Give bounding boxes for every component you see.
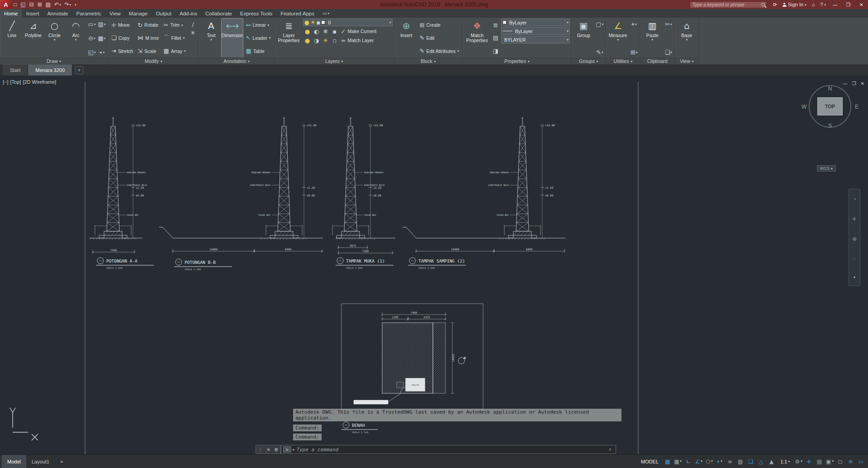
line-button[interactable]: ╱Line (1, 19, 23, 57)
ellipse-button[interactable]: ⊖▾ (87, 34, 96, 42)
props-a-button[interactable]: ▤ (491, 34, 500, 42)
viewport-menu-control[interactable]: [−] (3, 79, 9, 85)
layer-select[interactable]: ●☀▪ 0▾ (303, 19, 393, 26)
ribbon-tab-home[interactable]: Home (0, 9, 22, 18)
ungroup-button[interactable]: ▢▾ (595, 20, 604, 28)
array-button[interactable]: ▦Array▾ (162, 44, 188, 57)
new-drawing-tab-button[interactable]: + (75, 66, 83, 74)
measure-button[interactable]: ∠Measure▾ (607, 19, 629, 57)
paste-button[interactable]: ▥Paste▾ (642, 19, 663, 57)
fillet-button[interactable]: ⌒Fillet▾ (162, 32, 188, 45)
panel-title-utilities[interactable]: Utilities▾ (606, 57, 640, 64)
quick-calc-button[interactable]: ⊞▾ (630, 48, 639, 56)
workspace-toggle[interactable]: ⚙▾ (794, 457, 803, 467)
annotation-scale[interactable]: 1:1▾ (777, 457, 793, 467)
ribbon-tab-express-tools[interactable]: Express Tools (236, 9, 276, 18)
layer-thaw-button[interactable]: ☀ (321, 36, 330, 44)
command-history-toggle[interactable]: ˄ (607, 447, 614, 452)
quick-properties-toggle[interactable]: ▤ (815, 457, 824, 467)
qat-customize-button[interactable]: ▾ (73, 0, 78, 9)
isometric-drafting-toggle[interactable]: ⬡▾ (704, 457, 714, 467)
ribbon-tab-annotate[interactable]: Annotate (43, 9, 72, 18)
layer-properties-button[interactable]: ≣Layer Properties (276, 19, 302, 57)
clean-screen-toggle[interactable]: ▭ (856, 457, 866, 467)
viewcube-west[interactable]: W (802, 104, 806, 110)
dimension-button[interactable]: ⟷Dimension (222, 19, 243, 57)
base-button[interactable]: ⌂Base▾ (676, 19, 697, 57)
minimize-button[interactable]: — (829, 0, 842, 9)
layout-tab-model[interactable]: Model (2, 455, 26, 468)
m-irror-button[interactable]: ⋈M irror (136, 32, 161, 45)
erase-button[interactable]: ∕ (188, 20, 197, 29)
panel-title-draw[interactable]: Draw▾ (0, 57, 108, 64)
make-current-button[interactable]: ✓Make Current (339, 29, 379, 34)
match-properties-button[interactable]: ❖Match Properties (464, 19, 490, 57)
panel-title-block[interactable]: Block▾ (394, 57, 462, 64)
layer-lock-button[interactable]: ▪ (330, 27, 339, 35)
circle-button[interactable]: ○Circle▾ (44, 19, 65, 57)
props-list-button[interactable]: ≣ (491, 21, 500, 29)
ribbon-display-toggle[interactable]: ▭▾ (320, 9, 332, 18)
explode-button[interactable]: ✳ (188, 29, 197, 37)
props-b-button[interactable]: ◨ (491, 47, 500, 55)
viewcube-top-face[interactable]: TOP (817, 97, 843, 115)
ribbon-tab-parametric[interactable]: Parametric (72, 9, 106, 18)
doc-close-button[interactable]: ✕ (861, 81, 864, 86)
layer-freeze-button[interactable]: ❄ (321, 27, 330, 35)
ribbon-tab-insert[interactable]: Insert (22, 9, 43, 18)
object-color-select[interactable]: ByLayer▾ (501, 19, 570, 26)
sign-in-button[interactable]: Sign In ▾ (780, 0, 809, 9)
object-linetype-select[interactable]: ByLayer▾ (501, 27, 570, 35)
new-layout-button[interactable]: + (55, 455, 68, 468)
layer-isolate-button[interactable]: ◐ (312, 27, 321, 35)
command-line-handle[interactable]: ⋮ ✕ ⚙ (256, 445, 281, 454)
close-button[interactable]: ✕ (855, 0, 868, 9)
autocad-logo[interactable]: A (0, 0, 12, 9)
ortho-toggle[interactable]: ∟ (683, 457, 693, 467)
hatch-button[interactable]: ▨▾ (97, 20, 106, 28)
cut-button[interactable]: ✂▾ (664, 20, 673, 28)
panel-title-groups[interactable]: Groups▾ (572, 57, 606, 64)
copy-button[interactable]: ❏Copy (109, 32, 135, 45)
rotate-button[interactable]: ↻Rotate (136, 19, 161, 32)
save-as-button[interactable]: ⊞ (36, 0, 44, 9)
lock-ui-toggle[interactable]: ▣▾ (825, 457, 835, 467)
open-button[interactable]: ◱ (19, 0, 27, 9)
plot-button[interactable]: ▤ (44, 0, 52, 9)
search-input[interactable] (692, 2, 761, 8)
insert-button[interactable]: ⊕Insert (396, 19, 417, 57)
panel-title-layers[interactable]: Layers▾ (275, 57, 394, 64)
chevron-down-icon[interactable]: ▾ (854, 276, 855, 279)
ribbon-tab-featured-apps[interactable]: Featured Apps (276, 9, 318, 18)
search-icon[interactable] (761, 3, 765, 6)
scale-button[interactable]: ⇲Scale (136, 44, 161, 57)
viewcube-north[interactable]: N (801, 86, 859, 92)
help-button[interactable]: ?▾ (817, 0, 829, 9)
zoom-icon[interactable]: ⊕ (852, 236, 857, 242)
grid-toggle[interactable]: ▦ (663, 457, 672, 467)
leader-button[interactable]: ↖Leader▾ (244, 35, 272, 41)
customize-icon[interactable]: ⚙ (275, 447, 279, 452)
object-lineweight-select[interactable]: BYLAYER▾ (501, 36, 570, 43)
restore-button[interactable]: ❐ (842, 0, 855, 9)
create-button[interactable]: ⊞Create (418, 22, 461, 28)
ribbon-tab-add-ins[interactable]: Add-ins (175, 9, 201, 18)
orbit-icon[interactable]: ◌ (853, 256, 856, 262)
a360-sync-button[interactable]: ⟳ (770, 0, 780, 9)
search-box[interactable] (690, 1, 767, 8)
panel-title-view[interactable]: View▾ (675, 57, 699, 64)
file-tab-menara-3200[interactable]: Menara 3200 (28, 64, 72, 76)
viewport-view-control[interactable]: [Top] (10, 79, 21, 85)
object-snap-toggle[interactable]: ⌖▾ (715, 457, 724, 467)
undo-button[interactable]: ↶▾ (52, 0, 63, 9)
snap-mode-toggle[interactable]: ▦▾ (673, 457, 683, 467)
arc-button[interactable]: ◠Arc▾ (65, 19, 86, 57)
viewport-visual-style-control[interactable]: [2D Wireframe] (23, 79, 56, 85)
command-prompt-icon[interactable]: > (283, 446, 291, 453)
command-input-area[interactable]: > ▾ ˄ (281, 445, 616, 454)
trim-button[interactable]: ✂Trim▾ (162, 19, 188, 32)
file-tab-start[interactable]: Start (3, 64, 28, 76)
viewcube[interactable]: N S W E TOP (801, 79, 859, 138)
transparency-toggle[interactable]: ▨ (735, 457, 745, 467)
app-store-button[interactable]: ⌂ (809, 0, 818, 9)
